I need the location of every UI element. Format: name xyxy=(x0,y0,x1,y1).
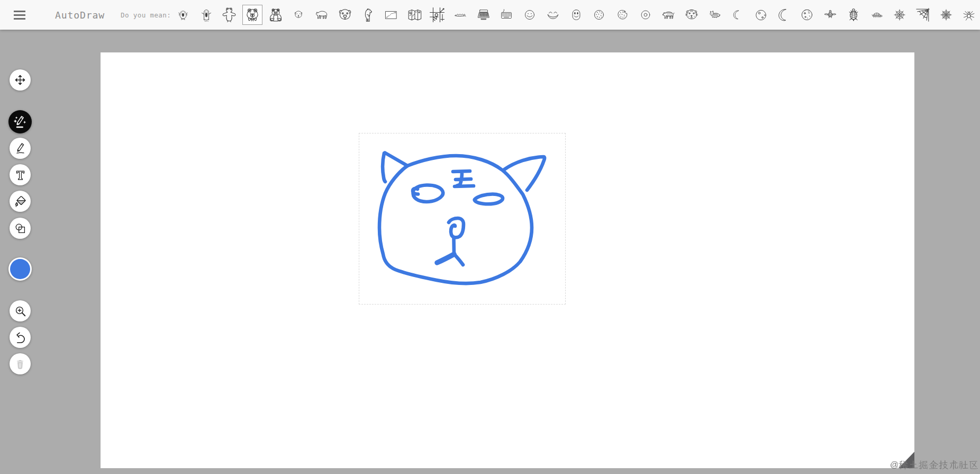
suggestion-typewriter-icon[interactable] xyxy=(472,0,495,30)
teddy-bear-icon xyxy=(266,5,286,25)
bear-standing-icon xyxy=(358,5,378,25)
treasure-map-icon xyxy=(381,5,401,25)
type-tool-button[interactable] xyxy=(10,164,31,185)
suggestion-crescent-moon-icon[interactable] xyxy=(773,0,796,30)
suggestion-treasure-map-icon[interactable] xyxy=(379,0,403,30)
smiley-icon xyxy=(523,8,537,22)
cat-left-eye xyxy=(413,185,443,202)
ghost-icon xyxy=(199,8,213,22)
suggestion-spiderweb-icon[interactable] xyxy=(888,0,911,30)
cookie-icon xyxy=(592,8,606,22)
cat-right-eye xyxy=(475,194,503,204)
suggestion-scribble-icon[interactable] xyxy=(449,0,472,30)
dense-spiderweb-icon xyxy=(939,7,954,22)
suggestion-bar xyxy=(171,0,980,30)
suggestion-bear-standing-icon[interactable] xyxy=(357,0,380,30)
suggestion-corner-spiderweb-icon[interactable] xyxy=(911,0,934,30)
suggestion-folded-map-icon[interactable] xyxy=(403,0,426,30)
suggestion-cookie-icon[interactable] xyxy=(587,0,611,30)
suggestion-thin-crescent-icon[interactable] xyxy=(727,0,750,30)
bear-face-icon xyxy=(335,5,355,25)
bear-head-icon xyxy=(293,9,304,21)
suggestion-teddy-bear-icon[interactable] xyxy=(264,0,287,30)
turtle-side-icon xyxy=(870,8,883,22)
teddy-outline-icon xyxy=(219,5,239,25)
undo-button[interactable] xyxy=(10,327,31,348)
suggestion-grin-icon[interactable] xyxy=(541,0,565,30)
turtle-top-icon xyxy=(846,7,861,23)
suggestion-bear-face-icon[interactable] xyxy=(333,0,357,30)
drawing-canvas[interactable] xyxy=(101,52,914,468)
folded-map-icon xyxy=(404,5,424,25)
suggestion-street-map-icon[interactable] xyxy=(426,0,449,30)
suggestion-cratered-moon-icon[interactable] xyxy=(749,0,773,30)
cratered-moon-icon xyxy=(754,8,768,22)
circle-square-icon xyxy=(13,221,28,236)
move-arrows-icon xyxy=(13,73,27,87)
delete-button[interactable] xyxy=(10,353,31,374)
app-title: AutoDraw xyxy=(55,0,105,30)
suggestion-lying-cat-icon[interactable] xyxy=(703,0,727,30)
menu-icon[interactable] xyxy=(14,10,26,20)
suggestion-bear-walking-icon[interactable] xyxy=(310,0,333,30)
suggestion-donut-icon[interactable] xyxy=(634,0,657,30)
treasure-map-icon xyxy=(384,8,398,22)
monster-icon xyxy=(177,9,189,21)
watermark-glyph xyxy=(929,460,938,469)
teddy-bear-icon xyxy=(268,7,284,23)
cookie-icon xyxy=(589,5,609,25)
suggestion-dense-spiderweb-icon[interactable] xyxy=(934,0,958,30)
suggestion-bear-bow-head-icon[interactable] xyxy=(241,0,264,30)
turtle-side-icon xyxy=(866,5,886,25)
spiderweb-icon xyxy=(892,7,907,22)
text-tool-icon xyxy=(13,168,28,182)
zoom-tool-button[interactable] xyxy=(10,300,31,321)
sketch-cat-drawing[interactable] xyxy=(101,52,914,468)
autodraw-tool-button[interactable] xyxy=(8,110,32,133)
suggestion-marked-moon-icon[interactable] xyxy=(796,0,819,30)
folded-map-icon xyxy=(406,7,422,23)
bear-walking-icon xyxy=(315,8,329,22)
scribble-icon xyxy=(450,5,470,25)
monster-icon xyxy=(173,5,193,25)
color-picker-button[interactable] xyxy=(8,257,32,281)
suggestion-teddy-outline-icon[interactable] xyxy=(217,0,241,30)
canvas-resize-handle[interactable] xyxy=(899,452,914,468)
suggestion-bitten-cookie-icon[interactable] xyxy=(611,0,634,30)
tool-palette xyxy=(0,0,42,474)
suggestion-label: Do you mean: xyxy=(121,0,171,30)
select-tool-button[interactable] xyxy=(10,69,31,91)
suggestion-spider-icon[interactable] xyxy=(957,0,980,30)
suggestion-bear-head-icon[interactable] xyxy=(287,0,310,30)
suggestion-ghost-icon[interactable] xyxy=(195,0,218,30)
suggestion-tiger-face-icon[interactable] xyxy=(680,0,703,30)
cratered-moon-icon xyxy=(751,5,771,25)
keyboard-icon xyxy=(496,5,516,25)
thin-crescent-icon xyxy=(732,9,743,21)
street-map-icon xyxy=(427,5,447,25)
fill-tool-button[interactable] xyxy=(10,191,31,212)
suggestion-tiger-icon[interactable] xyxy=(657,0,680,30)
watermark-glyph xyxy=(950,460,958,470)
suggestion-turtle-top-icon[interactable] xyxy=(842,0,865,30)
sea-turtle-icon xyxy=(823,8,837,22)
suggestion-sea-turtle-icon[interactable] xyxy=(819,0,842,30)
suggestion-monster-icon[interactable] xyxy=(171,0,195,30)
trash-icon xyxy=(13,357,27,371)
suggestion-smiley-oval-icon[interactable] xyxy=(565,0,588,30)
bear-standing-icon xyxy=(360,7,376,23)
suggestion-smiley-icon[interactable] xyxy=(518,0,541,30)
suggestion-keyboard-icon[interactable] xyxy=(495,0,519,30)
dense-spiderweb-icon xyxy=(936,5,956,25)
pencil-icon xyxy=(13,141,28,156)
suggestion-turtle-side-icon[interactable] xyxy=(865,0,888,30)
donut-icon xyxy=(636,5,656,25)
keyboard-icon xyxy=(500,8,513,22)
bear-face-icon xyxy=(337,7,353,23)
watermark-glyph xyxy=(959,461,969,469)
shape-tool-button[interactable] xyxy=(10,218,31,239)
menu-bar xyxy=(14,18,25,20)
spider-icon xyxy=(959,5,979,25)
draw-tool-button[interactable] xyxy=(10,138,31,159)
marked-moon-icon xyxy=(800,7,814,22)
